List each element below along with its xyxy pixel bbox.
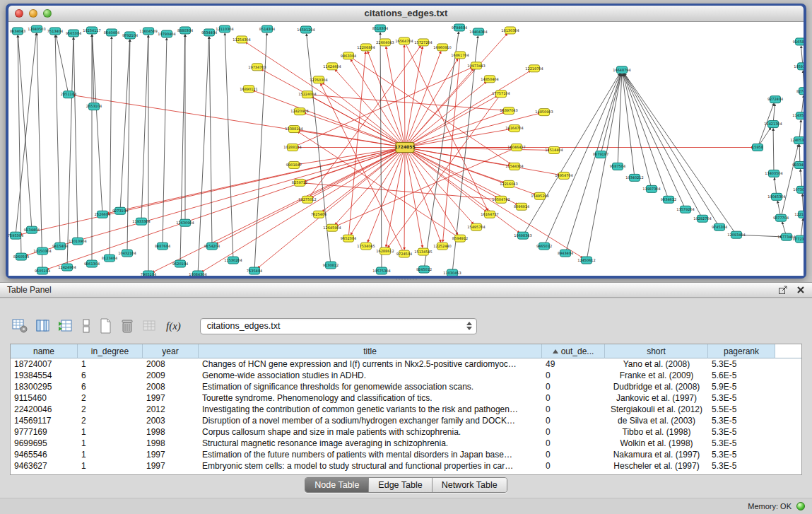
graph-node-label: 16164737 bbox=[481, 212, 498, 216]
graph-edge bbox=[253, 90, 405, 148]
table-cell: Tourette syndrome. Phenomenology and cla… bbox=[199, 393, 542, 403]
table-row[interactable]: 977716911998Corpus callosum shape and si… bbox=[11, 426, 801, 438]
network-window[interactable]: citations_edges.txt 17240551604642711544… bbox=[6, 4, 806, 279]
graph-node-label: 10045304 bbox=[767, 194, 785, 199]
graph-node-label: 9792104 bbox=[122, 33, 138, 37]
table-header: namein_degreeyeartitleout_de...shortpage… bbox=[11, 344, 801, 358]
graph-edge bbox=[127, 40, 130, 253]
table-select-dropdown[interactable]: citations_edges.txt bbox=[200, 318, 477, 334]
graph-edge bbox=[773, 129, 774, 174]
graph-edge bbox=[209, 37, 212, 246]
graph-edge bbox=[404, 45, 405, 148]
float-panel-icon[interactable] bbox=[778, 285, 788, 295]
graph-node-label: 17757104 bbox=[492, 92, 510, 96]
table-row[interactable]: 946362711997Embryonic stem cells: a mode… bbox=[11, 460, 801, 472]
table-header-cell[interactable]: title bbox=[199, 344, 542, 358]
graph-node-label: 9901847 bbox=[286, 163, 302, 167]
table-cell: 5.3E-5 bbox=[708, 450, 775, 460]
table-row[interactable]: 1456911722003Disruption of a novel membe… bbox=[11, 415, 801, 426]
table-toolbar: f(x) citations_edges.txt bbox=[11, 315, 477, 337]
table-cell: 18300295 bbox=[11, 382, 78, 392]
graph-node-label: 10404304 bbox=[469, 30, 487, 34]
table-header-cell[interactable]: out_de... bbox=[542, 344, 605, 358]
graph-node-label: 8260504 bbox=[13, 255, 29, 259]
graph-edge bbox=[405, 148, 560, 175]
tab-node-table[interactable]: Node Table bbox=[305, 478, 369, 492]
table-header-cell[interactable]: short bbox=[605, 344, 708, 358]
graph-node-label: 22604043 bbox=[376, 40, 394, 45]
graph-node-label: 9465012 bbox=[536, 244, 552, 248]
table-cell: Nakamura et al. (1997) bbox=[605, 450, 708, 460]
table-header-cell[interactable]: name bbox=[11, 344, 78, 358]
new-file-button[interactable] bbox=[98, 317, 113, 335]
table-cell: Estimation of the future numbers of pati… bbox=[199, 450, 542, 460]
graph-node-label: 9724504 bbox=[396, 252, 412, 256]
graph-node-label: 10432104 bbox=[118, 251, 136, 255]
table-panel-title: Table Panel bbox=[7, 285, 52, 295]
graph-node-label: 13403504 bbox=[765, 171, 782, 175]
graph-edge bbox=[141, 35, 148, 221]
graph-node-label: 11624604 bbox=[323, 64, 341, 69]
table-row[interactable]: 1938455462009Genome-wide association stu… bbox=[11, 370, 801, 381]
graph-node-label: 16591204 bbox=[297, 28, 314, 32]
edit-columns-button[interactable] bbox=[58, 317, 75, 335]
table-row[interactable]: 911546021997Tourette syndrome. Phenomeno… bbox=[11, 392, 801, 404]
window-zoom-button[interactable] bbox=[43, 9, 52, 18]
graph-node-label: 17534045 bbox=[357, 244, 375, 248]
tab-edge-table[interactable]: Edge Table bbox=[369, 478, 432, 492]
window-minimize-button[interactable] bbox=[29, 9, 37, 18]
table-settings-button[interactable] bbox=[11, 317, 28, 335]
graph-edge bbox=[405, 148, 583, 258]
graph-node-label: 10730454 bbox=[793, 187, 804, 192]
graph-node-label: 10504742 bbox=[492, 197, 510, 201]
table-cell: 5.9E-5 bbox=[708, 382, 775, 392]
table-row[interactable]: 946554611997Estimation of the future num… bbox=[11, 449, 801, 460]
tab-network-table[interactable]: Network Table bbox=[433, 478, 507, 492]
graph-edge bbox=[107, 148, 405, 214]
network-canvas[interactable]: 1724055160464271154430412216043105047421… bbox=[8, 22, 804, 276]
network-window-titlebar[interactable]: citations_edges.txt bbox=[8, 6, 804, 22]
graph-node-label: 14954704 bbox=[555, 173, 572, 177]
window-close-button[interactable] bbox=[15, 9, 23, 18]
traffic-lights bbox=[15, 9, 52, 18]
table-cell: 5.3E-5 bbox=[708, 438, 775, 448]
table-row[interactable]: 2242004622012Investigating the contribut… bbox=[11, 404, 801, 415]
close-panel-icon[interactable] bbox=[796, 286, 805, 294]
table-header-cell[interactable]: year bbox=[143, 344, 199, 358]
table-header-label: short bbox=[647, 346, 666, 356]
import-table-button-disabled[interactable] bbox=[141, 317, 158, 335]
table-cell: Hescheler et al. (1997) bbox=[605, 461, 708, 471]
graph-node-label: 9154204 bbox=[204, 244, 220, 248]
delete-button[interactable] bbox=[119, 317, 135, 335]
graph-node-label: 10593404 bbox=[794, 64, 804, 69]
table-cell: 0 bbox=[542, 370, 605, 380]
table-row[interactable]: 1830029562008Estimation of significance … bbox=[11, 381, 801, 392]
table-panel-titlebar[interactable]: Table Panel bbox=[0, 282, 812, 298]
graph-node-label: 12110304 bbox=[216, 27, 233, 31]
graph-node-label: 9861304 bbox=[84, 262, 100, 266]
table-header-cell[interactable]: pagerank bbox=[708, 344, 775, 358]
row-height-button[interactable] bbox=[81, 317, 91, 335]
table-header-cell[interactable]: in_degree bbox=[78, 344, 143, 358]
graph-edge bbox=[163, 38, 167, 246]
table-cell: 2 bbox=[78, 393, 143, 403]
memory-status-indicator[interactable] bbox=[796, 502, 805, 510]
network-canvas-svg[interactable]: 1724055160464271154430412216043105047421… bbox=[8, 22, 804, 276]
edges-layer bbox=[16, 32, 804, 274]
table-header-label: title bbox=[363, 346, 377, 356]
show-columns-button[interactable] bbox=[35, 317, 52, 335]
graph-edge bbox=[623, 74, 652, 189]
graph-node-label: 13388104 bbox=[285, 127, 302, 131]
graph-edge bbox=[67, 37, 73, 267]
function-builder-button[interactable]: f(x) bbox=[165, 317, 182, 335]
graph-node-label: 12252440 bbox=[433, 244, 451, 248]
graph-node-label: 1724055 bbox=[394, 144, 415, 149]
table-row[interactable]: 1872400712008Changes of HCN gene express… bbox=[11, 358, 801, 370]
graph-node-label: 10340212 bbox=[625, 175, 643, 180]
table-row[interactable]: 969969511998Structural magnetic resonanc… bbox=[11, 438, 801, 449]
graph-node-label: 16164704 bbox=[505, 126, 523, 130]
graph-node-label: 12424904 bbox=[58, 265, 76, 269]
graph-node-label: 11544304 bbox=[505, 164, 523, 168]
graph-edge bbox=[544, 74, 620, 246]
graph-node-label: 12210304 bbox=[794, 212, 804, 216]
